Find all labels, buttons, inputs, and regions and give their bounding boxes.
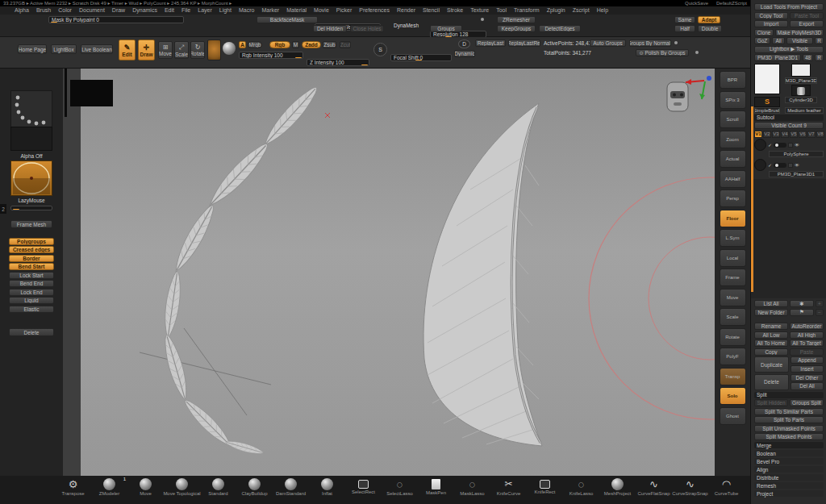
subtool-slider[interactable]	[774, 143, 786, 148]
shelf-button[interactable]: Persp	[720, 190, 746, 207]
alpha-thumbnail[interactable]	[10, 127, 52, 151]
subtool-item[interactable]: ✓ 👁 PolySphere	[754, 139, 824, 157]
palette-section-header[interactable]: Project	[754, 490, 824, 497]
tray-brush-button[interactable]: KnifeCurve	[490, 478, 527, 496]
subtool-tab[interactable]: V7	[807, 131, 816, 138]
menu-item[interactable]: Dynamics	[132, 6, 157, 15]
auto-groups-button[interactable]: Auto Groups	[590, 40, 626, 47]
shelf-button[interactable]: Frame	[720, 269, 746, 286]
subtool-thumbnail[interactable]	[754, 139, 766, 151]
tray-brush-button[interactable]: CurveFlatSnap	[636, 478, 672, 496]
tray-brush-button[interactable]: Standard	[200, 478, 236, 496]
del-all-button[interactable]: Del All	[791, 382, 824, 389]
shelf-button[interactable]: Solo	[720, 387, 746, 405]
delete-subtool-button[interactable]: Delete	[754, 374, 789, 390]
curve-function-button[interactable]: Bend Start	[9, 263, 54, 270]
make-polymesh-button[interactable]: Make PolyMesh3D	[775, 29, 824, 36]
load-tools-button[interactable]: Load Tools From Project	[754, 3, 824, 10]
copy-subtool-button[interactable]: Copy	[754, 348, 788, 356]
tray-brush-button[interactable]: SelectRect	[345, 478, 382, 494]
shelf-button[interactable]: SPix 3	[720, 91, 746, 109]
subtool-tab[interactable]: V4	[781, 131, 789, 138]
menu-item[interactable]: Stroke	[447, 6, 463, 15]
palette-section-header[interactable]: Align	[754, 466, 824, 473]
subtool-header[interactable]: Subtool	[754, 115, 824, 121]
adapt-button[interactable]: Adapt	[698, 16, 720, 23]
live-boolean-button[interactable]: Live Boolean	[81, 44, 113, 54]
stroke-type-thumbnail[interactable]	[10, 160, 52, 196]
menu-item[interactable]: Layer	[198, 6, 212, 15]
replay-icon[interactable]: D	[458, 40, 470, 48]
tray-brush-button[interactable]: Move	[127, 478, 164, 496]
mask-by-polypaint-slider[interactable]: Mask By Polypaint 0	[48, 16, 184, 23]
subtool-scrollbar[interactable]	[751, 106, 753, 292]
dynamesh-dot-icon[interactable]	[481, 18, 484, 21]
shelf-button[interactable]: Scroll	[720, 110, 746, 128]
active-tool-name[interactable]: PM3D_Plane3D1	[754, 54, 801, 61]
shelf-button[interactable]: Zoom	[720, 131, 746, 148]
palette-section-header[interactable]: Bevel Pro	[754, 458, 824, 464]
shelf-button[interactable]: L.Sym	[720, 229, 746, 247]
menu-item[interactable]: Zplugin	[547, 6, 565, 15]
clone-button[interactable]: Clone	[754, 29, 774, 36]
tray-brush-button[interactable]: CurveStrapSnap	[672, 478, 708, 496]
tray-brush-button[interactable]: Inflat	[309, 478, 345, 496]
quicksave-button[interactable]: QuickSave	[685, 0, 708, 6]
a-toggle[interactable]: A	[239, 41, 246, 48]
draw-button[interactable]: ✛ Draw	[138, 40, 155, 60]
lightbox-tools-button[interactable]: Lightbox ▶ Tools	[754, 46, 824, 53]
edit-button[interactable]: ✎ Edit	[119, 40, 136, 60]
frame-mesh-button[interactable]: Frame Mesh	[10, 220, 52, 228]
lazy-radius-slider[interactable]	[10, 206, 52, 210]
curve-function-button[interactable]: Lock Start	[9, 272, 54, 279]
merge-section-header[interactable]: Merge	[754, 442, 824, 448]
tray-brush-button[interactable]: ClayBuildup	[236, 478, 273, 496]
eye-icon[interactable]: 👁	[795, 143, 799, 148]
split-action-button[interactable]: Split Unmasked Points	[754, 425, 824, 432]
half-button[interactable]: Half	[674, 25, 695, 32]
shelf-button[interactable]: Floor	[720, 210, 746, 227]
menu-item[interactable]: Stencil	[423, 6, 440, 15]
detect-edges-button[interactable]: DetectEdges	[539, 25, 581, 32]
subtool-action-button[interactable]: All Low	[754, 331, 788, 339]
replay-lastrel-button[interactable]: ReplayLastRel	[508, 40, 540, 47]
subtool-tab[interactable]: V6	[799, 131, 807, 138]
mrgb-toggle[interactable]: Mrgb	[248, 41, 262, 48]
subtool-mini-toggle[interactable]	[788, 163, 793, 168]
shelf-button[interactable]: BPR	[720, 71, 746, 89]
goz-all-button[interactable]: All	[772, 37, 785, 44]
menu-item[interactable]: Edit	[165, 6, 174, 15]
menu-item[interactable]: Marker	[261, 6, 279, 15]
polish-by-groups-button[interactable]: ⊙ Polish By Groups	[636, 49, 689, 56]
tool-thumbnail-cylinder[interactable]	[791, 85, 811, 96]
shelf-button[interactable]: Transp	[720, 368, 746, 385]
subtool-action-button[interactable]: Rename	[754, 323, 788, 330]
subtool-tab[interactable]: V2	[763, 131, 771, 138]
menu-item[interactable]: Light	[219, 6, 232, 15]
curve-function-button[interactable]: Creased edges	[9, 246, 54, 253]
zsub-toggle[interactable]: Zsub	[323, 41, 336, 48]
document-canvas[interactable]	[63, 69, 715, 476]
import-button[interactable]: Import	[754, 20, 788, 27]
tray-brush-button[interactable]: Transpose	[55, 478, 91, 496]
tool-thumbnail-plane[interactable]	[791, 64, 811, 77]
tray-brush-button[interactable]: SelectLasso	[382, 478, 418, 496]
menu-item[interactable]: Render	[397, 6, 415, 15]
tray-brush-button[interactable]: Move Topological	[164, 478, 200, 496]
curve-function-button[interactable]: Lock End	[9, 289, 54, 296]
normals-dot-icon[interactable]	[674, 41, 678, 44]
rotate-button[interactable]: ↻ Rotate	[190, 41, 205, 59]
groups-by-normals-button[interactable]: Groups By Normals	[629, 40, 671, 47]
del-other-button[interactable]: Del Other	[791, 374, 824, 381]
subtool-name[interactable]: PolySphere	[769, 151, 824, 157]
tray-brush-button[interactable]: 1 ZModeler	[91, 478, 127, 496]
groups-button[interactable]: Groups	[430, 25, 462, 32]
close-holes-button[interactable]: Close Holes	[350, 25, 384, 32]
tool-r-button[interactable]: R	[815, 54, 824, 61]
menu-item[interactable]: Preferences	[359, 6, 390, 15]
polish-dot-icon[interactable]	[695, 51, 699, 54]
menu-item[interactable]: Alpha	[15, 6, 29, 15]
zadd-toggle[interactable]: Zadd	[302, 41, 321, 48]
current-brush-thumbnail[interactable]	[207, 40, 221, 60]
rgb-toggle[interactable]: Rgb	[269, 41, 290, 48]
